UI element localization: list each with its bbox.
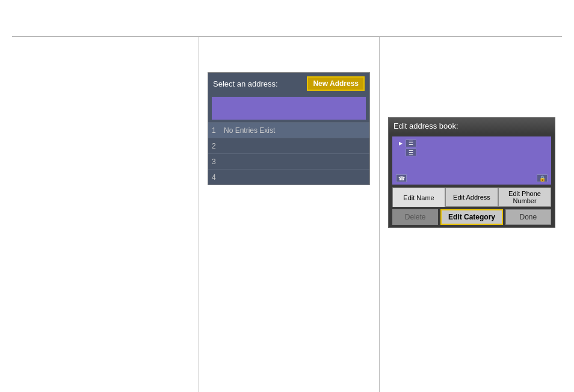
edit-address-dialog: Edit address book: ▶ ☰ ☰ ☎ 🔒 Edit Name E… bbox=[388, 117, 555, 228]
item-number: 3 bbox=[212, 158, 221, 166]
icon-row-1: ▶ ☰ bbox=[396, 139, 548, 147]
preview-icons-container: ▶ ☰ ☰ ☎ 🔒 bbox=[392, 136, 551, 185]
edit-category-button[interactable]: Edit Category bbox=[440, 209, 502, 225]
list-item[interactable]: 2 bbox=[208, 138, 369, 153]
item-number: 1 bbox=[212, 126, 221, 135]
play-icon: ▶ bbox=[396, 139, 406, 147]
edit-address-title: Edit address book: bbox=[393, 121, 458, 130]
left-vertical-divider bbox=[199, 36, 199, 392]
tab-edit-address[interactable]: Edit Address bbox=[445, 188, 498, 207]
tab-edit-phone-number[interactable]: Edit Phone Number bbox=[498, 188, 551, 207]
select-address-dialog: Select an address: New Address 1 No Entr… bbox=[208, 72, 370, 185]
edit-address-header: Edit address book: bbox=[389, 118, 555, 134]
lock-icon: 🔒 bbox=[537, 174, 548, 182]
address-list: 1 No Entries Exist 2 3 4 bbox=[208, 122, 369, 185]
list-item[interactable]: 3 bbox=[208, 153, 369, 169]
top-divider bbox=[12, 36, 562, 37]
person-icon: ☰ bbox=[406, 149, 416, 156]
select-address-header: Select an address: New Address bbox=[208, 73, 369, 94]
address-preview-area bbox=[212, 97, 366, 120]
item-number: 2 bbox=[212, 142, 221, 150]
item-text: No Entries Exist bbox=[224, 126, 275, 135]
item-number: 4 bbox=[212, 173, 221, 182]
phone-icon: ☎ bbox=[396, 174, 407, 182]
icon-row-2: ☰ bbox=[396, 149, 548, 156]
delete-button[interactable]: Delete bbox=[392, 209, 438, 225]
select-address-title: Select an address: bbox=[213, 79, 278, 88]
new-address-button[interactable]: New Address bbox=[307, 76, 365, 91]
bottom-icons-row: ☎ 🔒 bbox=[396, 174, 548, 182]
list-item[interactable]: 4 bbox=[208, 169, 369, 185]
list-item[interactable]: 1 No Entries Exist bbox=[208, 122, 369, 138]
tab-edit-name[interactable]: Edit Name bbox=[392, 188, 445, 207]
folder-icon: ☰ bbox=[406, 139, 416, 147]
right-vertical-divider bbox=[379, 36, 380, 392]
edit-actions: Delete Edit Category Done bbox=[389, 207, 555, 227]
edit-address-preview-area: ▶ ☰ ☰ ☎ 🔒 bbox=[392, 136, 551, 185]
edit-tabs: Edit Name Edit Address Edit Phone Number bbox=[392, 187, 551, 207]
done-button[interactable]: Done bbox=[505, 209, 551, 225]
